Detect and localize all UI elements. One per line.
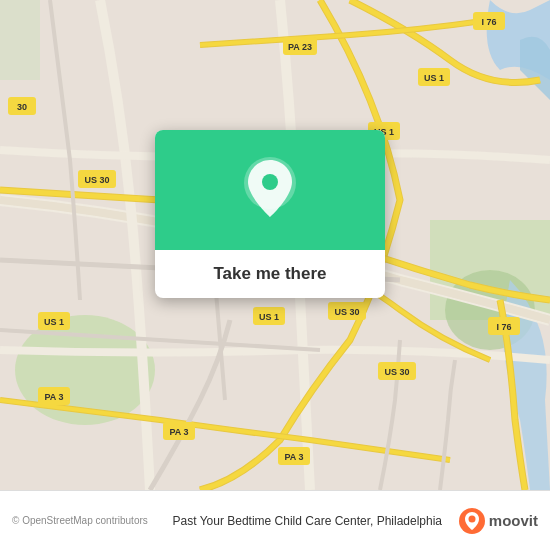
copyright-text: © OpenStreetMap contributors xyxy=(12,515,148,526)
location-pin-icon xyxy=(240,155,300,225)
footer-bar: © OpenStreetMap contributors Past Your B… xyxy=(0,490,550,550)
svg-text:US 30: US 30 xyxy=(84,175,109,185)
svg-rect-4 xyxy=(0,0,40,80)
card-green-area xyxy=(155,130,385,250)
svg-text:US 1: US 1 xyxy=(424,73,444,83)
svg-text:PA 3: PA 3 xyxy=(44,392,63,402)
svg-text:US 30: US 30 xyxy=(334,307,359,317)
moovit-text: moovit xyxy=(489,512,538,529)
svg-text:PA 3: PA 3 xyxy=(169,427,188,437)
svg-point-36 xyxy=(468,515,475,522)
location-title: Past Your Bedtime Child Care Center, Phi… xyxy=(156,514,459,528)
svg-text:US 1: US 1 xyxy=(44,317,64,327)
moovit-logo: moovit xyxy=(459,508,538,534)
moovit-icon xyxy=(459,508,485,534)
svg-text:PA 3: PA 3 xyxy=(284,452,303,462)
svg-text:I 76: I 76 xyxy=(496,322,511,332)
svg-point-34 xyxy=(262,174,278,190)
svg-text:US 30: US 30 xyxy=(384,367,409,377)
svg-text:US 1: US 1 xyxy=(259,312,279,322)
card-button-area[interactable]: Take me there xyxy=(155,250,385,298)
map-container: I 76 PA 23 US 1 30 US 30 US 1 US 1 US 30… xyxy=(0,0,550,490)
svg-text:30: 30 xyxy=(17,102,27,112)
take-me-there-button[interactable]: Take me there xyxy=(213,264,326,284)
svg-text:PA 23: PA 23 xyxy=(288,42,312,52)
location-card: Take me there xyxy=(155,130,385,298)
svg-text:I 76: I 76 xyxy=(481,17,496,27)
